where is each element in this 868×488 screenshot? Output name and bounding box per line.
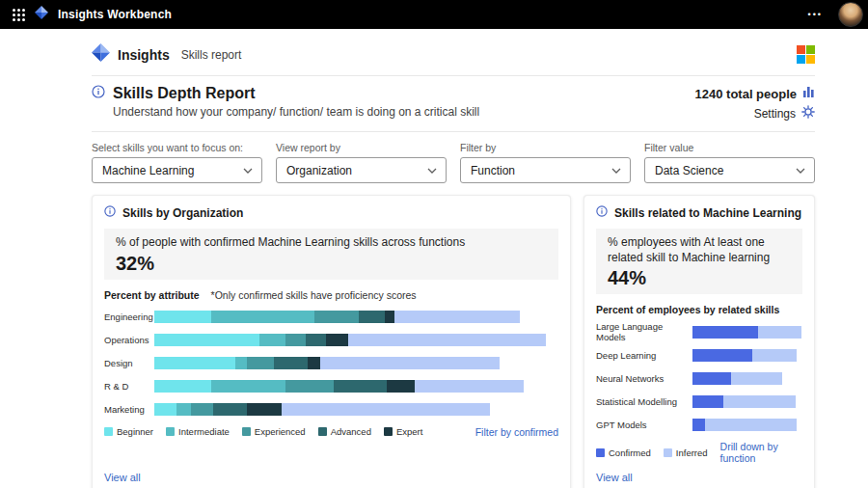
filter-label-view-by: View report by <box>276 142 447 153</box>
bar-category-label: R & D <box>104 381 154 392</box>
legend-chip <box>384 427 393 436</box>
settings-button[interactable]: Settings <box>754 105 815 122</box>
bar-segment-expert[interactable] <box>385 311 394 323</box>
filter-by-confirmed-link[interactable]: Filter by confirmed <box>475 426 558 438</box>
bar-segment-confirmed[interactable] <box>692 349 752 362</box>
legend-label: Advanced <box>331 426 371 437</box>
total-people-stat: 1240 total people <box>695 86 815 101</box>
chevron-down-icon <box>243 168 253 174</box>
bar-track <box>692 326 802 339</box>
bar-category-label: Engineering <box>104 312 154 322</box>
bar-row: R & D <box>104 375 558 398</box>
bar-segment-advanced[interactable] <box>213 403 248 416</box>
user-avatar[interactable] <box>838 2 863 27</box>
bar-segment-experienced[interactable] <box>247 357 273 369</box>
skills-by-organization-card: Skills by Organization % of people with … <box>92 195 571 488</box>
bar-segment-advanced[interactable] <box>306 334 326 346</box>
top-app-bar: Insights Workbench ••• <box>0 0 868 29</box>
bar-row: Engineering <box>104 306 558 329</box>
legend-chip <box>242 427 251 436</box>
bar-segment-intermediate[interactable] <box>259 334 285 346</box>
more-options-icon[interactable]: ••• <box>808 10 823 19</box>
filter-label-skill: Select skills you want to focus on: <box>92 142 262 153</box>
bar-segment-intermediate[interactable] <box>235 357 248 369</box>
total-people-label: 1240 total people <box>695 87 797 101</box>
kpi-label: % employees with At least one related sk… <box>608 235 791 265</box>
brand-header: Insights Skills report <box>92 29 815 75</box>
kpi-related-skills: % employees with At least one related sk… <box>596 229 802 294</box>
bar-segment-confirmed[interactable] <box>692 419 705 431</box>
bar-segment-inferred[interactable] <box>394 311 520 323</box>
legend-item: Inferred <box>664 447 708 458</box>
legend-label: Inferred <box>676 447 708 458</box>
bar-segment-intermediate[interactable] <box>211 311 314 323</box>
skill-select-dropdown[interactable]: Machine Learning <box>92 157 262 183</box>
bar-segment-inferred[interactable] <box>723 395 796 408</box>
bar-segment-intermediate[interactable] <box>211 380 286 393</box>
filter-by-dropdown[interactable]: Function <box>460 157 631 183</box>
bar-category-label: Statistical Modelling <box>596 396 692 407</box>
bar-segment-expert[interactable] <box>247 403 282 416</box>
bar-segment-expert[interactable] <box>326 334 348 346</box>
bar-segment-experienced[interactable] <box>285 334 306 346</box>
legend-item: Experienced <box>242 426 306 437</box>
bar-chart-icon <box>802 86 815 101</box>
bar-track <box>154 380 558 393</box>
bar-segment-inferred[interactable] <box>731 372 783 385</box>
bar-track <box>154 403 558 416</box>
bar-segment-inferred[interactable] <box>758 326 800 339</box>
legend-label: Experienced <box>255 426 306 437</box>
bar-segment-intermediate[interactable] <box>176 403 191 416</box>
bar-segment-experienced[interactable] <box>285 380 334 393</box>
bar-segment-confirmed[interactable] <box>692 395 723 408</box>
bar-segment-experienced[interactable] <box>314 311 359 323</box>
drill-down-link[interactable]: Drill down by function <box>720 441 802 464</box>
bar-row: Neural Networks <box>596 366 802 390</box>
bar-segment-inferred[interactable] <box>348 334 546 346</box>
info-icon[interactable] <box>596 205 608 220</box>
bar-segment-advanced[interactable] <box>334 380 386 393</box>
gear-icon[interactable] <box>801 105 815 122</box>
bar-segment-beginner[interactable] <box>154 334 259 346</box>
bar-category-label: Deep Learning <box>596 350 692 361</box>
card-title: Skills related to Machine Learning <box>614 206 801 220</box>
page-subtitle: Understand how your company/ function/ t… <box>92 105 479 119</box>
bar-segment-expert[interactable] <box>308 357 320 369</box>
proficiency-legend: BeginnerIntermediateExperiencedAdvancedE… <box>104 426 558 438</box>
view-report-by-dropdown[interactable]: Organization <box>276 157 447 183</box>
bar-segment-inferred[interactable] <box>320 357 500 369</box>
legend-label: Confirmed <box>609 447 651 458</box>
app-launcher-icon[interactable] <box>13 9 25 21</box>
brand-logo-icon <box>92 43 110 66</box>
bar-segment-inferred[interactable] <box>282 403 490 416</box>
filter-label-filter-value: Filter value <box>644 142 815 153</box>
bar-segment-inferred[interactable] <box>752 349 798 362</box>
bar-track <box>692 349 802 362</box>
view-all-link[interactable]: View all <box>596 472 633 483</box>
bar-segment-advanced[interactable] <box>359 311 385 323</box>
bar-segment-beginner[interactable] <box>154 357 235 369</box>
filter-value-dropdown[interactable]: Data Science <box>644 157 815 183</box>
bar-segment-experienced[interactable] <box>191 403 213 416</box>
bar-segment-inferred[interactable] <box>705 419 798 431</box>
microsoft-logo-icon <box>797 45 815 64</box>
info-icon[interactable] <box>92 85 105 102</box>
bar-segment-inferred[interactable] <box>415 380 524 393</box>
legend-chip <box>104 427 113 436</box>
bar-track <box>692 419 802 431</box>
bar-category-label: Marketing <box>104 404 154 415</box>
bar-segment-advanced[interactable] <box>274 357 309 369</box>
bar-segment-confirmed[interactable] <box>692 326 758 339</box>
bar-segment-confirmed[interactable] <box>692 372 731 385</box>
page-title: Skills Depth Report <box>113 85 256 102</box>
legend-label: Expert <box>396 426 422 437</box>
bar-segment-beginner[interactable] <box>154 403 176 416</box>
bar-segment-beginner[interactable] <box>154 380 211 393</box>
view-all-link[interactable]: View all <box>104 472 141 483</box>
chevron-down-icon <box>611 168 621 174</box>
bar-segment-expert[interactable] <box>387 380 415 393</box>
legend-item: Expert <box>384 426 422 437</box>
kpi-confirmed-skills: % of people with confirmed Machine Learn… <box>104 229 558 280</box>
info-icon[interactable] <box>104 205 116 220</box>
bar-segment-beginner[interactable] <box>154 311 211 323</box>
